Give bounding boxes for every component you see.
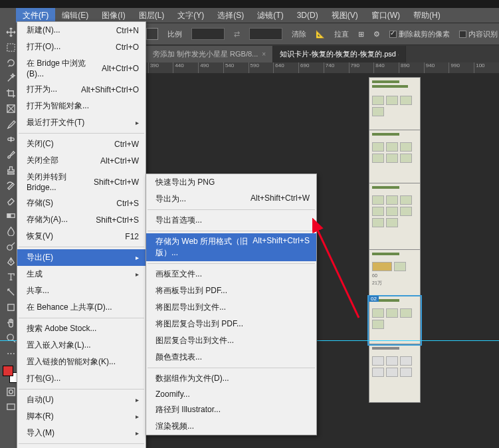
- menu-help[interactable]: 帮助(H): [407, 8, 447, 23]
- ratio-w-input[interactable]: [191, 28, 225, 40]
- file-menu-item[interactable]: 在 Behance 上共享(D)...: [17, 299, 146, 316]
- file-menu-item[interactable]: 置入链接的智能对象(K)...: [17, 354, 146, 370]
- export-menu-item[interactable]: 图层复合导出到文件...: [146, 332, 316, 349]
- ratio-h-input[interactable]: [249, 28, 282, 40]
- menu-filter[interactable]: 滤镜(T): [250, 8, 290, 23]
- svg-rect-6: [8, 304, 14, 310]
- export-submenu: 快速导出为 PNG导出为...Alt+Shift+Ctrl+W导出首选项...存…: [146, 173, 317, 435]
- file-menu-item[interactable]: 置入嵌入对象(L)...: [17, 337, 146, 354]
- content-aware-checkbox[interactable]: [459, 31, 466, 38]
- svg-point-5: [7, 245, 13, 250]
- export-menu-item[interactable]: 路径到 Illustrator...: [146, 401, 316, 418]
- file-menu-item[interactable]: 最近打开文件(T): [17, 114, 146, 131]
- file-menu-item[interactable]: 新建(N)...Ctrl+N: [17, 22, 146, 39]
- slice-thumb[interactable]: [369, 344, 421, 403]
- export-menu-item[interactable]: 颜色查找表...: [146, 349, 316, 366]
- export-menu-item[interactable]: 存储为 Web 所用格式（旧版）...Alt+Shift+Ctrl+S: [146, 233, 316, 261]
- straighten-icon[interactable]: 📐: [316, 30, 325, 39]
- file-menu-item[interactable]: 存储为(A)...Shift+Ctrl+S: [17, 211, 146, 228]
- export-menu-item[interactable]: 画板至文件...: [146, 266, 316, 282]
- file-menu-item[interactable]: 恢复(V)F12: [17, 228, 146, 245]
- file-menu-item[interactable]: 生成: [17, 266, 146, 282]
- content-aware-label: 内容识别: [468, 30, 498, 38]
- export-menu-item[interactable]: Zoomify...: [146, 387, 316, 401]
- svg-point-7: [7, 334, 13, 340]
- file-menu-item[interactable]: 共享...: [17, 282, 146, 299]
- delete-crop-label: 删除裁剪的像素: [399, 30, 450, 38]
- export-menu-item[interactable]: 将画板导出到 PDF...: [146, 282, 316, 299]
- clear-button[interactable]: 清除: [292, 29, 306, 39]
- svg-rect-10: [7, 403, 15, 409]
- straighten-label: 拉直: [334, 29, 349, 39]
- file-menu-item[interactable]: 关闭(C)Ctrl+W: [17, 136, 146, 152]
- menu-view[interactable]: 视图(V): [325, 8, 365, 23]
- file-menu-item[interactable]: 打开(O)...Ctrl+O: [17, 39, 146, 55]
- export-menu-item[interactable]: 导出为...Alt+Shift+Ctrl+W: [146, 191, 316, 207]
- export-menu-item[interactable]: 数据组作为文件(D)...: [146, 370, 316, 387]
- export-menu-item[interactable]: 将图层导出到文件...: [146, 299, 316, 316]
- grid-icon[interactable]: ⊞: [358, 30, 364, 39]
- crop-tool-icon[interactable]: [146, 28, 158, 40]
- file-menu-item[interactable]: 导出(E): [17, 249, 146, 266]
- file-menu-item[interactable]: 自动(U): [17, 392, 146, 408]
- file-menu-item[interactable]: 打包(G)...: [17, 370, 146, 387]
- file-menu-item[interactable]: 关闭并转到 Bridge...Shift+Ctrl+W: [17, 169, 146, 195]
- export-menu-item[interactable]: 将图层复合导出到 PDF...: [146, 316, 316, 332]
- export-menu-item[interactable]: 快速导出为 PNG: [146, 174, 316, 191]
- svg-rect-4: [7, 213, 11, 217]
- thumbnail-strip: 6021万 02: [369, 77, 421, 403]
- file-menu-dropdown: 新建(N)...Ctrl+N打开(O)...Ctrl+O在 Bridge 中浏览…: [17, 21, 146, 448]
- swap-icon[interactable]: ⇄: [234, 30, 240, 39]
- slice-thumb[interactable]: [369, 130, 421, 183]
- close-icon[interactable]: ×: [262, 51, 266, 58]
- slice-thumb[interactable]: [369, 77, 421, 130]
- document-tab-1[interactable]: 旁添加 制作发光小星星 RGB/8...×: [146, 46, 273, 62]
- file-menu-item[interactable]: 搜索 Adobe Stock...: [17, 320, 146, 337]
- slice-thumb[interactable]: 6021万: [369, 250, 421, 296]
- slice-thumb[interactable]: [369, 183, 421, 250]
- menu-select[interactable]: 选择(S): [211, 8, 250, 23]
- delete-crop-checkbox[interactable]: [389, 31, 397, 38]
- slice-thumb-selected[interactable]: 02: [369, 296, 421, 344]
- file-menu-item[interactable]: 打开为...Alt+Shift+Ctrl+O: [17, 81, 146, 98]
- document-tab-2[interactable]: 知识卡片-恢复的-恢复的-恢复的.psd @ 100% (如何解决ps切片完成以…: [273, 46, 406, 62]
- svg-point-9: [9, 390, 13, 393]
- menu-3d[interactable]: 3D(D): [290, 9, 325, 22]
- menu-window[interactable]: 窗口(W): [365, 8, 407, 23]
- menu-type[interactable]: 文字(Y): [171, 8, 211, 23]
- file-menu-item[interactable]: 脚本(R): [17, 408, 146, 425]
- export-menu-item[interactable]: 导出首选项...: [146, 212, 316, 229]
- file-menu-item[interactable]: 打开为智能对象...: [17, 98, 146, 114]
- menubar: 文件(F) 编辑(E) 图像(I) 图层(L) 文字(Y) 选择(S) 滤镜(T…: [0, 8, 499, 23]
- svg-rect-0: [7, 43, 15, 51]
- file-menu-item[interactable]: 关闭全部Alt+Ctrl+W: [17, 152, 146, 169]
- file-menu-item[interactable]: 在 Bridge 中浏览(B)...Alt+Ctrl+O: [17, 55, 146, 81]
- export-menu-item[interactable]: 渲染视频...: [146, 418, 316, 435]
- gear-icon[interactable]: ⚙: [373, 30, 380, 39]
- ratio-label: 比例: [167, 29, 182, 39]
- svg-rect-8: [7, 388, 15, 395]
- slice-badge: 02: [369, 296, 379, 302]
- file-menu-item[interactable]: 导入(M): [17, 425, 146, 441]
- file-menu-item[interactable]: 存储(S)Ctrl+S: [17, 195, 146, 211]
- fg-color-swatch[interactable]: [3, 366, 13, 376]
